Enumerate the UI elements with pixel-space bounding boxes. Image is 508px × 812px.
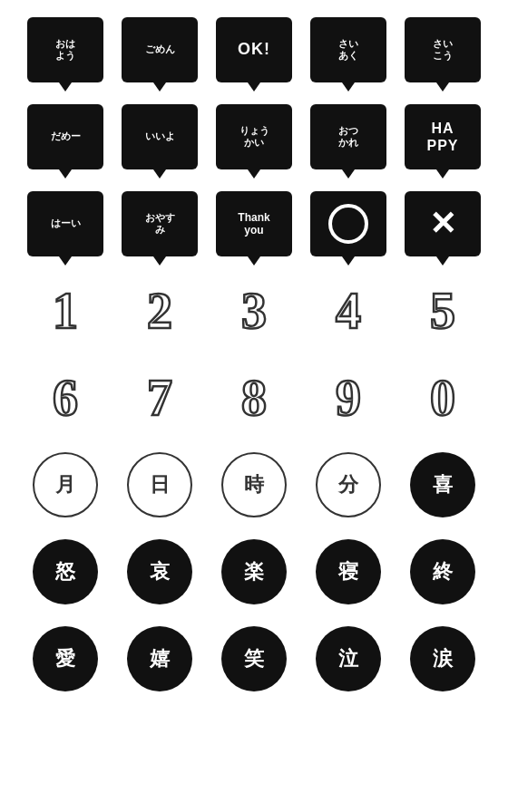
cell-ryoukai[interactable]: りょうかい — [210, 96, 298, 178]
bubble-haii[interactable]: はーい — [27, 191, 103, 256]
cell-naki[interactable]: 泣 — [305, 618, 392, 700]
bubble-ok[interactable]: OK! — [216, 17, 292, 82]
cell-haii[interactable]: はーい — [22, 183, 109, 265]
badge-text-ki: 喜 — [433, 471, 453, 498]
cell-ohayou[interactable]: おはよう — [22, 9, 109, 91]
badge-sorrow[interactable]: 哀 — [127, 539, 192, 604]
bubble-text-otsukaree: おつかれ — [338, 125, 358, 149]
badge-text-do: 怒 — [55, 558, 75, 585]
cell-fun[interactable]: 分 — [305, 444, 392, 526]
badge-yorokobi[interactable]: 嬉 — [127, 626, 192, 691]
cell-batsu[interactable]: ✕ — [399, 183, 486, 265]
cell-namida[interactable]: 涙 — [399, 618, 486, 700]
cell-ki[interactable]: 喜 — [399, 444, 486, 526]
badge-raku[interactable]: 楽 — [221, 539, 287, 604]
bubble-happy[interactable]: HAPPY — [405, 104, 481, 169]
cell-ai-love[interactable]: 愛 — [22, 618, 109, 700]
badge-warai[interactable]: 笑 — [221, 626, 287, 691]
bubble-otsukaree[interactable]: おつかれ — [310, 104, 386, 169]
number-6: 6 — [53, 372, 78, 423]
badge-text-yorokobi: 嬉 — [150, 645, 170, 672]
bubble-oyasumi[interactable]: おやすみ — [122, 191, 198, 256]
row-bubbles-1: おはよう ごめん OK! さいあく さいこう — [5, 9, 503, 91]
cell-thankyou[interactable]: Thankyou — [210, 183, 298, 265]
badge-fun[interactable]: 分 — [316, 452, 381, 517]
cell-yorokobi[interactable]: 嬉 — [116, 618, 203, 700]
cell-owari[interactable]: 終 — [399, 531, 486, 613]
cell-n4[interactable]: 4 — [305, 270, 392, 352]
bubble-text-saikou: さいこう — [433, 38, 453, 62]
badge-ai-love[interactable]: 愛 — [33, 626, 98, 691]
bubble-thankyou[interactable]: Thankyou — [216, 191, 292, 256]
cell-n6[interactable]: 6 — [22, 357, 109, 439]
cell-ne[interactable]: 寝 — [305, 531, 392, 613]
bubble-ryoukai[interactable]: りょうかい — [216, 104, 292, 169]
cell-oyasumi[interactable]: おやすみ — [116, 183, 203, 265]
number-7: 7 — [147, 372, 172, 423]
bubble-text-damee: だめー — [51, 130, 81, 142]
bubble-text-saiaku: さいあく — [338, 38, 358, 62]
cell-raku[interactable]: 楽 — [210, 531, 298, 613]
row-circles-1: 月 日 時 分 喜 — [5, 444, 503, 526]
badge-text-ji: 時 — [244, 471, 264, 498]
cell-n5[interactable]: 5 — [399, 270, 486, 352]
bubble-text-iiyo: いいよ — [145, 130, 175, 142]
row-numbers-2: 6 7 8 9 0 — [5, 357, 503, 439]
cell-n9[interactable]: 9 — [305, 357, 392, 439]
bubble-ohayou[interactable]: おはよう — [27, 17, 103, 82]
cell-warai[interactable]: 笑 — [210, 618, 298, 700]
cell-n1[interactable]: 1 — [22, 270, 109, 352]
number-9: 9 — [336, 372, 361, 423]
number-0: 0 — [430, 372, 455, 423]
cell-saiaku[interactable]: さいあく — [305, 9, 392, 91]
badge-text-warai: 笑 — [244, 645, 264, 672]
badge-text-sorrow: 哀 — [150, 558, 170, 585]
bubble-text-oyasumi: おやすみ — [145, 212, 175, 236]
cell-otsukaree[interactable]: おつかれ — [305, 96, 392, 178]
badge-do[interactable]: 怒 — [33, 539, 98, 604]
badge-ki[interactable]: 喜 — [410, 452, 475, 517]
cell-n2[interactable]: 2 — [116, 270, 203, 352]
bubble-damee[interactable]: だめー — [27, 104, 103, 169]
badge-text-ai-love: 愛 — [55, 645, 75, 672]
cell-do[interactable]: 怒 — [22, 531, 109, 613]
bubble-saiaku[interactable]: さいあく — [310, 17, 386, 82]
badge-ji[interactable]: 時 — [221, 452, 287, 517]
cell-n0[interactable]: 0 — [399, 357, 486, 439]
badge-text-namida: 涙 — [433, 645, 453, 672]
badge-hi[interactable]: 日 — [127, 452, 192, 517]
bubble-saikou[interactable]: さいこう — [405, 17, 481, 82]
cell-sorrow[interactable]: 哀 — [116, 531, 203, 613]
badge-tsuki[interactable]: 月 — [33, 452, 98, 517]
bubble-text-happy: HAPPY — [426, 120, 458, 154]
badge-text-owari: 終 — [433, 558, 453, 585]
row-circles-3: 愛 嬉 笑 泣 涙 — [5, 618, 503, 700]
bubble-maru[interactable] — [310, 191, 386, 256]
bubble-text-gomen: ごめん — [145, 44, 175, 55]
bubble-iiyo[interactable]: いいよ — [122, 104, 198, 169]
cell-n7[interactable]: 7 — [116, 357, 203, 439]
badge-owari[interactable]: 終 — [410, 539, 475, 604]
badge-ne[interactable]: 寝 — [316, 539, 381, 604]
cell-happy[interactable]: HAPPY — [399, 96, 486, 178]
cell-hi[interactable]: 日 — [116, 444, 203, 526]
bubble-text-thankyou: Thankyou — [238, 211, 269, 237]
cell-damee[interactable]: だめー — [22, 96, 109, 178]
cell-tsuki[interactable]: 月 — [22, 444, 109, 526]
circle-symbol — [328, 204, 368, 244]
badge-namida[interactable]: 涙 — [410, 626, 475, 691]
number-2: 2 — [147, 285, 172, 336]
cell-n8[interactable]: 8 — [210, 357, 298, 439]
bubble-batsu[interactable]: ✕ — [405, 191, 481, 256]
cell-saikou[interactable]: さいこう — [399, 9, 486, 91]
cell-ok[interactable]: OK! — [210, 9, 298, 91]
badge-naki[interactable]: 泣 — [316, 626, 381, 691]
cell-iiyo[interactable]: いいよ — [116, 96, 203, 178]
bubble-gomen[interactable]: ごめん — [122, 17, 198, 82]
cell-maru[interactable] — [305, 183, 392, 265]
badge-text-raku: 楽 — [244, 558, 264, 585]
cell-ji[interactable]: 時 — [210, 444, 298, 526]
bubble-text-ohayou: おはよう — [55, 38, 75, 62]
cell-n3[interactable]: 3 — [210, 270, 298, 352]
cell-gomen[interactable]: ごめん — [116, 9, 203, 91]
